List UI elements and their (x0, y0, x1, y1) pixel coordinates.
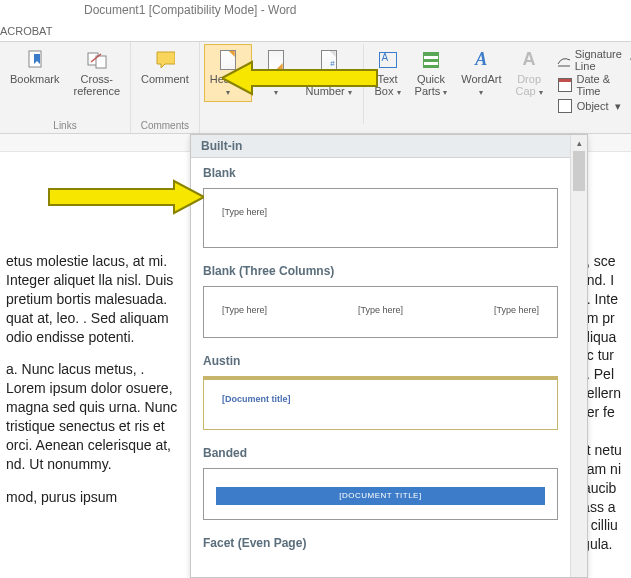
svg-marker-4 (222, 62, 377, 94)
gallery-item-label: Blank (191, 158, 570, 184)
chevron-down-icon: ▾ (443, 88, 447, 97)
object-button[interactable]: Object ▾ (557, 98, 631, 114)
quick-parts-button[interactable]: Quick Parts ▾ (409, 44, 454, 102)
annotation-arrow (222, 58, 382, 98)
chevron-down-icon: ▾ (397, 88, 401, 97)
comment-button[interactable]: Comment (135, 44, 195, 102)
scroll-up-arrow[interactable]: ▴ (571, 135, 587, 151)
drop-cap-button[interactable]: A Drop Cap ▾ (509, 44, 548, 102)
tab-acrobat[interactable]: ACROBAT (0, 20, 631, 42)
gallery-item-label: Austin (191, 346, 570, 372)
wordart-icon: A (475, 50, 487, 70)
date-time-button[interactable]: Date & Time (557, 73, 631, 97)
group-links-label: Links (53, 118, 76, 133)
gallery-item-label: Banded (191, 438, 570, 464)
gallery-item-austin[interactable]: [Document title] (203, 376, 558, 430)
annotation-arrow (44, 177, 204, 217)
svg-marker-5 (49, 181, 204, 213)
group-comments-label: Comments (141, 118, 189, 133)
calendar-icon (558, 78, 572, 92)
quick-parts-icon (423, 52, 439, 68)
chevron-down-icon: ▾ (615, 100, 621, 113)
gallery-scrollbar[interactable]: ▴ (570, 135, 587, 577)
chevron-down-icon: ▾ (479, 88, 483, 97)
gallery-item-label: Blank (Three Columns) (191, 256, 570, 282)
gallery-item-label: Facet (Even Page) (191, 528, 570, 554)
signature-line-button[interactable]: Signature Line ▾ (557, 48, 631, 72)
gallery-item-three-columns[interactable]: [Type here] [Type here] [Type here] (203, 286, 558, 338)
drop-cap-icon: A (523, 50, 536, 70)
bookmark-button[interactable]: Bookmark (4, 44, 66, 102)
scroll-thumb[interactable] (573, 151, 585, 191)
window-title: Document1 [Compatibility Mode] - Word (0, 0, 631, 20)
svg-rect-2 (96, 56, 106, 68)
cross-reference-button[interactable]: Cross- reference (68, 44, 126, 102)
object-icon (558, 99, 572, 113)
header-gallery: Built-in Blank [Type here] Blank (Three … (190, 134, 588, 578)
wordart-button[interactable]: A WordArt▾ (455, 44, 507, 102)
signature-icon (557, 52, 571, 68)
gallery-category: Built-in (191, 135, 570, 158)
gallery-item-banded[interactable]: [DOCUMENT TITLE] (203, 468, 558, 520)
gallery-item-blank[interactable]: [Type here] (203, 188, 558, 248)
chevron-down-icon: ▾ (539, 88, 543, 97)
